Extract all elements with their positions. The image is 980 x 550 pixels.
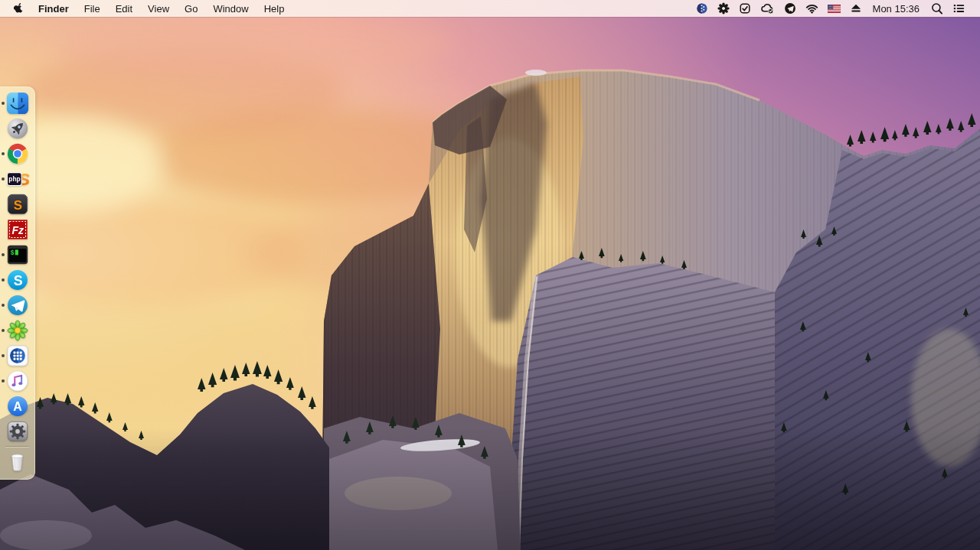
dock-item-skype[interactable]: S xyxy=(0,267,34,292)
dock-item-phpstorm[interactable]: S php xyxy=(0,166,34,191)
wifi-icon[interactable] xyxy=(801,0,823,17)
dock-item-system-preferences[interactable] xyxy=(0,418,34,444)
webmoney-icon[interactable] xyxy=(691,0,713,17)
dock-item-telegram[interactable] xyxy=(0,292,34,317)
webmoney-icon-dock xyxy=(6,344,29,367)
dock-item-icq[interactable] xyxy=(0,317,34,343)
task-checkmark-icon[interactable] xyxy=(734,0,756,17)
svg-text:Fz: Fz xyxy=(11,224,24,236)
menu-item-help[interactable]: Help xyxy=(256,0,292,17)
finder-icon xyxy=(6,92,29,115)
apple-logo-icon xyxy=(14,3,24,15)
menu-bar-clock[interactable]: Mon 15:36 xyxy=(867,3,926,15)
dock-item-trash[interactable] xyxy=(0,449,34,474)
dock-item-chrome[interactable] xyxy=(0,141,34,166)
menu-item-finder[interactable]: Finder xyxy=(31,0,77,17)
dock-separator xyxy=(5,446,29,447)
iterm-terminal-icon: $ xyxy=(6,243,29,266)
svg-text:S: S xyxy=(13,272,22,288)
launchpad-icon xyxy=(6,117,29,140)
eject-icon[interactable] xyxy=(845,0,867,17)
sublime-text-icon: S xyxy=(6,193,29,216)
telegram-icon[interactable] xyxy=(779,0,801,17)
dock: S php S Fz $ S xyxy=(0,86,35,480)
notification-center-icon[interactable] xyxy=(948,0,970,17)
skype-icon: S xyxy=(6,268,29,291)
svg-text:$: $ xyxy=(10,249,14,256)
apple-menu[interactable] xyxy=(0,0,31,17)
menu-item-window[interactable]: Window xyxy=(205,0,256,17)
menu-item-file[interactable]: File xyxy=(77,0,108,17)
dock-item-launchpad[interactable] xyxy=(0,116,34,141)
us-flag-input-icon[interactable] xyxy=(823,0,845,17)
dock-item-iterm[interactable]: $ xyxy=(0,242,34,267)
dock-item-itunes[interactable] xyxy=(0,368,34,393)
phpstorm-icon: S php xyxy=(6,168,29,190)
menu-bar: Finder File Edit View Go Window Help xyxy=(0,0,980,17)
system-preferences-icon xyxy=(6,420,29,443)
trash-icon xyxy=(5,450,29,474)
menu-bar-left: Finder File Edit View Go Window Help xyxy=(0,0,292,17)
svg-text:S: S xyxy=(13,197,21,212)
itunes-icon xyxy=(6,369,29,392)
svg-text:php: php xyxy=(8,175,20,183)
icq-flower-dock-icon xyxy=(6,319,29,342)
spotlight-search-icon[interactable] xyxy=(926,0,948,17)
chrome-icon xyxy=(6,142,29,165)
dock-item-webmoney[interactable] xyxy=(0,343,34,368)
filezilla-icon: Fz xyxy=(6,218,29,241)
wallpaper-half-dome xyxy=(0,0,980,550)
menu-item-view[interactable]: View xyxy=(140,0,177,17)
dock-item-finder[interactable] xyxy=(0,90,34,116)
icq-flower-icon[interactable] xyxy=(713,0,734,17)
dock-item-app-store[interactable]: A xyxy=(0,393,34,418)
cloud-sync-icon[interactable] xyxy=(756,0,779,17)
app-store-icon: A xyxy=(6,395,29,418)
menu-item-edit[interactable]: Edit xyxy=(108,0,140,17)
telegram-dock-icon xyxy=(6,294,29,317)
dock-item-filezilla[interactable]: Fz xyxy=(0,216,34,242)
menu-item-go[interactable]: Go xyxy=(177,0,205,17)
desktop: Finder File Edit View Go Window Help xyxy=(0,0,980,550)
dock-item-sublime-text[interactable]: S xyxy=(0,191,34,216)
menu-bar-right: Mon 15:36 xyxy=(691,0,980,17)
svg-text:A: A xyxy=(13,399,22,412)
